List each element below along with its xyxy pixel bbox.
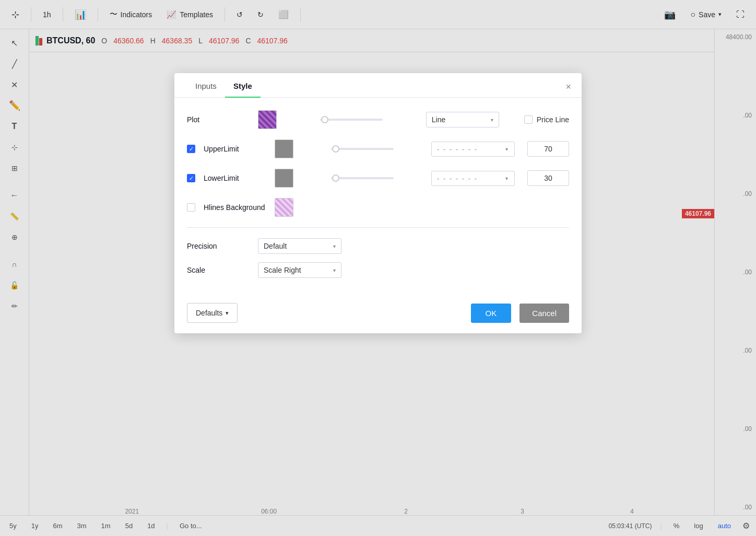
settings-modal: Inputs Style × Plot Line ▾	[174, 73, 582, 333]
lower-limit-line-arrow: ▾	[505, 176, 509, 181]
lower-limit-line-dropdown[interactable]: - - - - - - - ▾	[431, 171, 515, 186]
section-divider	[187, 227, 569, 228]
lower-limit-value-input[interactable]	[527, 170, 569, 186]
lower-limit-line-value: - - - - - - -	[437, 174, 478, 182]
plot-slider-thumb[interactable]	[321, 116, 328, 123]
precision-arrow: ▾	[333, 243, 336, 249]
upper-limit-checkbox[interactable]	[187, 145, 195, 153]
modal-overlay: Inputs Style × Plot Line ▾	[0, 0, 756, 536]
precision-label: Precision	[187, 242, 250, 250]
precision-dropdown[interactable]: Default ▾	[258, 238, 341, 254]
plot-row: Plot Line ▾ Price Line	[187, 110, 569, 129]
lower-limit-row: LowerLimit - - - - - - - ▾	[187, 169, 569, 188]
upper-limit-line-dropdown[interactable]: - - - - - - - ▾	[431, 142, 515, 157]
modal-close-button[interactable]: ×	[563, 79, 573, 95]
plot-color-swatch[interactable]	[258, 110, 277, 129]
scale-value: Scale Right	[264, 266, 301, 274]
price-line-label: Price Line	[537, 115, 569, 124]
lower-limit-label: LowerLimit	[204, 174, 266, 182]
scale-arrow: ▾	[333, 267, 336, 273]
upper-limit-slider-track[interactable]	[331, 148, 394, 150]
plot-slider-track[interactable]	[320, 119, 383, 121]
lower-limit-slider-container	[331, 177, 394, 179]
plot-type-dropdown[interactable]: Line ▾	[426, 112, 499, 127]
upper-limit-row: UpperLimit - - - - - - - ▾	[187, 139, 569, 158]
lower-limit-slider-thumb[interactable]	[332, 174, 339, 182]
upper-limit-line-value: - - - - - - -	[437, 145, 478, 153]
scale-label: Scale	[187, 266, 250, 274]
price-line-checkbox[interactable]	[524, 115, 533, 124]
precision-value: Default	[264, 242, 287, 250]
scale-row: Scale Scale Right ▾	[187, 262, 569, 278]
precision-row: Precision Default ▾	[187, 238, 569, 254]
modal-header: Inputs Style ×	[174, 73, 582, 98]
defaults-arrow: ▾	[226, 310, 229, 317]
modal-body: Plot Line ▾ Price Line	[174, 98, 582, 295]
hlines-bg-row: Hlines Background	[187, 198, 569, 217]
upper-limit-value-input[interactable]	[527, 141, 569, 157]
defaults-button[interactable]: Defaults ▾	[187, 303, 238, 323]
upper-limit-slider-thumb[interactable]	[332, 145, 339, 153]
plot-slider-container	[320, 119, 383, 121]
upper-limit-slider-container	[331, 148, 394, 150]
defaults-label: Defaults	[196, 309, 222, 317]
upper-limit-line-arrow: ▾	[505, 146, 509, 152]
lower-limit-color-swatch[interactable]	[275, 169, 293, 188]
price-line-area: Price Line	[524, 115, 569, 124]
tab-style[interactable]: Style	[225, 73, 261, 98]
footer-buttons: OK Cancel	[471, 304, 569, 323]
plot-type-arrow: ▾	[491, 117, 493, 123]
hlines-bg-color-swatch[interactable]	[275, 198, 293, 217]
tab-inputs[interactable]: Inputs	[187, 73, 225, 98]
lower-limit-slider-track[interactable]	[331, 177, 394, 179]
scale-dropdown[interactable]: Scale Right ▾	[258, 262, 341, 278]
plot-type-value: Line	[432, 115, 445, 124]
hlines-bg-checkbox[interactable]	[187, 203, 195, 212]
plot-label: Plot	[187, 115, 250, 124]
modal-footer: Defaults ▾ OK Cancel	[174, 295, 582, 333]
hlines-bg-label: Hlines Background	[204, 203, 266, 212]
lower-limit-checkbox[interactable]	[187, 174, 195, 182]
cancel-button[interactable]: Cancel	[519, 304, 569, 323]
upper-limit-color-swatch[interactable]	[275, 139, 293, 158]
ok-button[interactable]: OK	[471, 304, 512, 323]
upper-limit-label: UpperLimit	[204, 145, 266, 153]
